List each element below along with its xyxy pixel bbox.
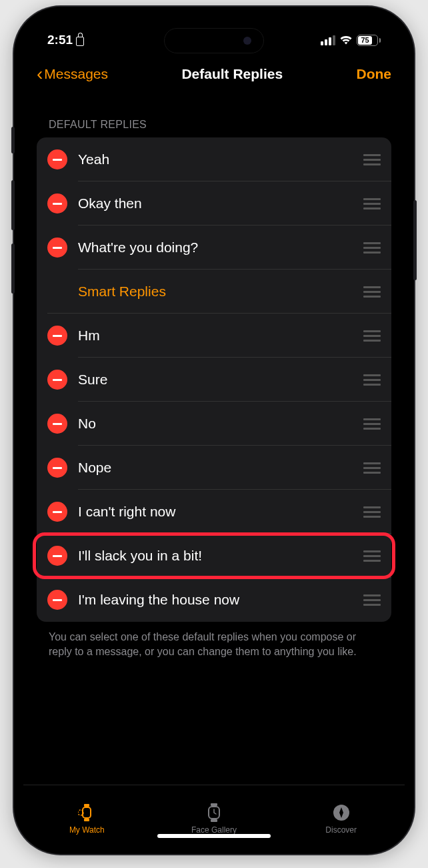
tab-label: My Watch [69, 825, 105, 835]
cellular-signal-icon [321, 35, 335, 45]
watch-face-icon [204, 803, 224, 823]
nav-title: Default Replies [181, 66, 283, 82]
footer-text: You can select one of these default repl… [37, 622, 391, 668]
svg-rect-5 [211, 803, 217, 806]
drag-handle-icon[interactable] [363, 194, 381, 213]
silence-switch [11, 127, 15, 153]
drag-handle-icon[interactable] [363, 238, 381, 258]
reply-row[interactable]: Hm [37, 314, 391, 358]
back-button[interactable]: ‹ Messages [37, 65, 108, 83]
reply-row[interactable]: Nope [37, 446, 391, 490]
reply-label: Smart Replies [78, 284, 353, 300]
reply-label: Hm [78, 328, 353, 344]
volume-up-button [11, 180, 15, 230]
power-button [413, 200, 417, 280]
drag-handle-icon[interactable] [363, 546, 381, 566]
watch-icon [77, 803, 97, 823]
nav-bar: ‹ Messages Default Replies Done [23, 56, 405, 93]
drag-handle-icon[interactable] [363, 458, 381, 478]
delete-icon[interactable] [47, 590, 67, 610]
wifi-icon [339, 35, 353, 45]
reply-row[interactable]: I'm leaving the house now [37, 578, 391, 622]
compass-icon [331, 803, 351, 823]
drag-handle-icon[interactable] [363, 502, 381, 522]
drag-handle-icon[interactable] [363, 590, 381, 610]
status-time: 2:51 [47, 33, 73, 47]
battery-percent: 75 [358, 36, 372, 45]
reply-row[interactable]: Sure [37, 358, 391, 402]
svg-rect-0 [83, 807, 91, 818]
reply-label: Yeah [78, 151, 353, 167]
tab-label: Face Gallery [191, 825, 237, 835]
tab-label: Discover [325, 825, 357, 835]
reply-label: I'm leaving the house now [78, 592, 353, 608]
reply-row[interactable]: I'll slack you in a bit! [37, 534, 391, 578]
reply-row[interactable]: Yeah [37, 137, 391, 181]
drag-handle-icon[interactable] [363, 282, 381, 302]
dynamic-island [164, 28, 264, 53]
tab-my-watch[interactable]: My Watch [53, 803, 120, 835]
status-time-group: 2:51 [47, 33, 84, 47]
reply-label: No [78, 416, 353, 432]
delete-icon[interactable] [47, 370, 67, 390]
done-button[interactable]: Done [356, 66, 391, 82]
home-indicator[interactable] [157, 834, 271, 838]
svg-rect-1 [84, 804, 89, 807]
delete-icon[interactable] [47, 546, 67, 566]
reply-label: What're you doing? [78, 240, 353, 256]
content-scroll[interactable]: DEFAULT REPLIES YeahOkay thenWhat're you… [23, 93, 405, 785]
back-label: Messages [44, 66, 108, 82]
reply-label: I'll slack you in a bit! [78, 548, 353, 564]
svg-rect-6 [211, 819, 217, 822]
tab-face-gallery[interactable]: Face Gallery [181, 803, 247, 835]
reply-row[interactable]: Okay then [37, 181, 391, 226]
reply-label: I can't right now [78, 504, 353, 520]
reply-list: YeahOkay thenWhat're you doing?Smart Rep… [37, 137, 391, 622]
orientation-lock-icon [76, 37, 84, 46]
battery-icon: 75 [357, 35, 381, 46]
volume-down-button [11, 244, 15, 294]
phone-frame: 2:51 75 ‹ Messages Default Replies Done [14, 7, 414, 854]
section-header: DEFAULT REPLIES [37, 93, 391, 137]
reply-row[interactable]: What're you doing? [37, 226, 391, 270]
drag-handle-icon[interactable] [363, 414, 381, 434]
drag-handle-icon[interactable] [363, 370, 381, 390]
delete-icon[interactable] [47, 414, 67, 434]
reply-label: Okay then [78, 195, 353, 211]
reply-row[interactable]: No [37, 402, 391, 446]
drag-handle-icon[interactable] [363, 326, 381, 346]
tab-discover[interactable]: Discover [308, 803, 375, 835]
reply-row[interactable]: I can't right now [37, 490, 391, 534]
delete-icon[interactable] [47, 502, 67, 522]
svg-rect-2 [84, 819, 89, 821]
chevron-left-icon: ‹ [37, 65, 43, 83]
delete-icon[interactable] [47, 326, 67, 346]
delete-icon[interactable] [47, 193, 67, 213]
drag-handle-icon[interactable] [363, 150, 381, 169]
screen: 2:51 75 ‹ Messages Default Replies Done [23, 16, 405, 845]
delete-icon[interactable] [47, 149, 67, 169]
delete-icon[interactable] [47, 458, 67, 478]
reply-label: Sure [78, 372, 353, 388]
delete-icon[interactable] [47, 238, 67, 258]
reply-row[interactable]: Smart Replies [37, 270, 391, 314]
reply-label: Nope [78, 460, 353, 476]
